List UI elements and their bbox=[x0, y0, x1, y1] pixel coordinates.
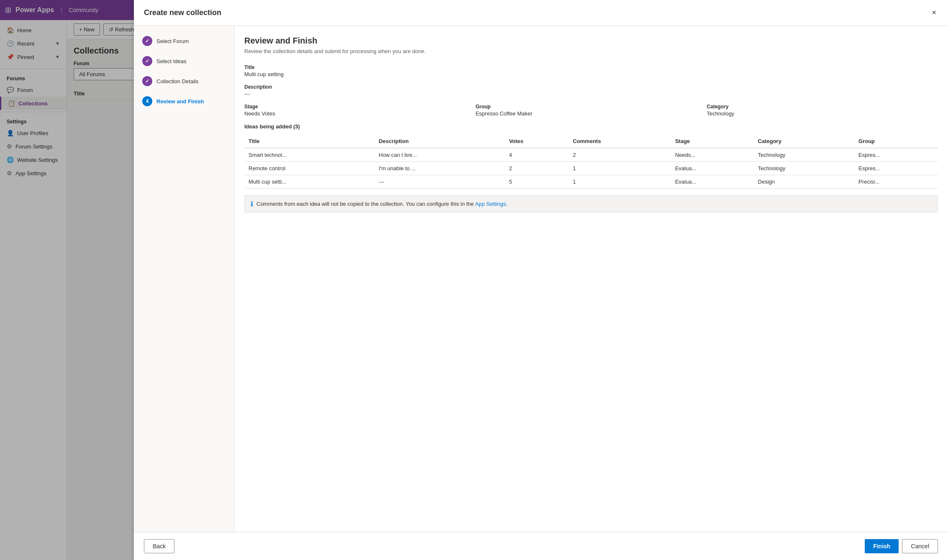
review-heading: Review and Finish bbox=[244, 36, 938, 46]
row1-group: Espres... bbox=[854, 148, 938, 162]
row1-category: Technology bbox=[754, 148, 854, 162]
step-4-label: Review and Finish bbox=[156, 98, 204, 105]
wizard-step-1: ✓ Select Forum bbox=[142, 36, 225, 46]
col-category: Category bbox=[754, 135, 854, 148]
info-bar: ℹ Comments from each idea will not be co… bbox=[244, 195, 938, 212]
step-1-circle: ✓ bbox=[142, 36, 152, 46]
main-content: + New ↺ Refresh Collections Forum All Fo… bbox=[67, 20, 948, 560]
table-row: Multi cup setti... --- 5 1 Evalua... Des… bbox=[244, 175, 938, 189]
info-suffix: . bbox=[506, 201, 507, 207]
wizard-steps: ✓ Select Forum ✓ Select Ideas ✓ Collecti… bbox=[134, 26, 234, 532]
wizard-step-4: 4 Review and Finish bbox=[142, 96, 225, 106]
stage-group-details: Stage Needs Votes Group Espresso Coffee … bbox=[244, 104, 938, 117]
row3-group: Precisi... bbox=[854, 175, 938, 189]
ideas-table: Title Description Votes Comments Stage C… bbox=[244, 135, 938, 189]
row2-title: Remote control bbox=[244, 162, 374, 175]
row2-comments: 1 bbox=[569, 162, 671, 175]
review-subtitle: Review the collection details and submit… bbox=[244, 48, 938, 54]
title-detail-value: Multi cup setting bbox=[244, 71, 938, 77]
step-4-circle: 4 bbox=[142, 96, 152, 106]
ideas-table-body: Smart technol... How can I bre... 4 2 Ne… bbox=[244, 148, 938, 189]
col-comments: Comments bbox=[569, 135, 671, 148]
step-2-circle: ✓ bbox=[142, 56, 152, 66]
info-text: Comments from each idea will not be copi… bbox=[256, 201, 507, 207]
col-votes: Votes bbox=[505, 135, 569, 148]
wizard-content: Review and Finish Review the collection … bbox=[234, 26, 948, 532]
row3-votes: 5 bbox=[505, 175, 569, 189]
stage-detail: Stage Needs Votes bbox=[244, 104, 476, 117]
description-detail: Description --- bbox=[244, 84, 938, 97]
modal-overlay: Create new collection × ✓ Select Forum ✓… bbox=[67, 20, 948, 560]
wizard-step-2: ✓ Select Ideas bbox=[142, 56, 225, 66]
row3-description: --- bbox=[374, 175, 505, 189]
modal-footer: Back Finish Cancel bbox=[134, 532, 948, 560]
step-3-label: Collection Details bbox=[156, 78, 198, 84]
wizard-step-3: ✓ Collection Details bbox=[142, 76, 225, 86]
description-detail-label: Description bbox=[244, 84, 938, 90]
category-label: Category bbox=[707, 104, 938, 110]
title-detail-label: Title bbox=[244, 64, 938, 70]
group-label: Group bbox=[476, 104, 707, 110]
cancel-button[interactable]: Cancel bbox=[902, 539, 938, 553]
col-title: Title bbox=[244, 135, 374, 148]
col-stage: Stage bbox=[671, 135, 754, 148]
step-2-label: Select Ideas bbox=[156, 58, 187, 64]
modal: Create new collection × ✓ Select Forum ✓… bbox=[134, 20, 948, 560]
row1-votes: 4 bbox=[505, 148, 569, 162]
table-row: Remote control I'm unable to ... 2 1 Eva… bbox=[244, 162, 938, 175]
step-3-circle: ✓ bbox=[142, 76, 152, 86]
row1-title: Smart technol... bbox=[244, 148, 374, 162]
row1-stage: Needs... bbox=[671, 148, 754, 162]
stage-value: Needs Votes bbox=[244, 110, 476, 117]
row2-votes: 2 bbox=[505, 162, 569, 175]
col-group: Group bbox=[854, 135, 938, 148]
footer-right: Finish Cancel bbox=[865, 539, 938, 553]
row2-category: Technology bbox=[754, 162, 854, 175]
info-icon: ℹ bbox=[251, 200, 253, 208]
modal-header: Create new collection × bbox=[134, 20, 948, 26]
category-value: Technology bbox=[707, 110, 938, 117]
info-text-before: Comments from each idea will not be copi… bbox=[256, 201, 475, 207]
row1-description: How can I bre... bbox=[374, 148, 505, 162]
row2-group: Espres... bbox=[854, 162, 938, 175]
group-value: Espresso Coffee Maker bbox=[476, 110, 707, 117]
description-detail-value: --- bbox=[244, 91, 938, 97]
title-detail: Title Multi cup setting bbox=[244, 64, 938, 77]
ideas-table-head: Title Description Votes Comments Stage C… bbox=[244, 135, 938, 148]
row2-stage: Evalua... bbox=[671, 162, 754, 175]
app-layout: 🏠 Home 🕐 Recent ▼ 📌 Pinned ▼ Forums 💬 Fo… bbox=[0, 0, 948, 560]
category-detail: Category Technology bbox=[707, 104, 938, 117]
row3-category: Design bbox=[754, 175, 854, 189]
stage-label: Stage bbox=[244, 104, 476, 110]
row2-description: I'm unable to ... bbox=[374, 162, 505, 175]
modal-body: ✓ Select Forum ✓ Select Ideas ✓ Collecti… bbox=[134, 26, 948, 532]
row3-stage: Evalua... bbox=[671, 175, 754, 189]
group-detail: Group Espresso Coffee Maker bbox=[476, 104, 707, 117]
col-description: Description bbox=[374, 135, 505, 148]
step-1-label: Select Forum bbox=[156, 38, 189, 44]
finish-button[interactable]: Finish bbox=[865, 539, 899, 553]
app-settings-link[interactable]: App Settings bbox=[475, 201, 506, 207]
row3-comments: 1 bbox=[569, 175, 671, 189]
ideas-header: Ideas being added (3) bbox=[244, 123, 938, 130]
row3-title: Multi cup setti... bbox=[244, 175, 374, 189]
row1-comments: 2 bbox=[569, 148, 671, 162]
table-row: Smart technol... How can I bre... 4 2 Ne… bbox=[244, 148, 938, 162]
back-button[interactable]: Back bbox=[144, 539, 174, 553]
ideas-table-header-row: Title Description Votes Comments Stage C… bbox=[244, 135, 938, 148]
